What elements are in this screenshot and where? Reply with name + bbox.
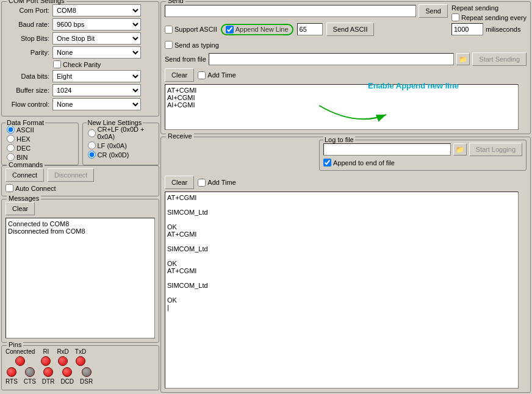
buffer-size-label: Buffer size:: [5, 87, 49, 94]
repeat-every-checkbox[interactable]: [451, 13, 459, 21]
pin-rts-led: [7, 367, 16, 377]
pin-txd: TxD: [75, 348, 86, 366]
stop-bits-select[interactable]: One Stop Bit: [52, 32, 141, 45]
baud-rate-select[interactable]: 9600 bps: [52, 18, 141, 30]
bottom-pins-row: RTS CTS DTR DCD DSR: [5, 367, 155, 385]
start-sending-button[interactable]: Start Sending: [472, 52, 527, 66]
com-port-label: Com Port:: [5, 7, 49, 14]
pins-group: Pins Connected RI RxD TxD: [1, 345, 159, 390]
disconnect-button[interactable]: Disconnect: [48, 168, 94, 182]
data-bits-select[interactable]: Eight: [52, 70, 141, 82]
send-input[interactable]: AT+CGMI: [165, 5, 416, 17]
support-ascii-checkbox[interactable]: [165, 26, 173, 34]
top-pins-row: Connected RI RxD TxD: [5, 348, 155, 366]
send-file-input-box: [209, 53, 454, 65]
append-new-line-checkbox[interactable]: [226, 26, 234, 34]
send-clear-button[interactable]: Clear: [165, 68, 194, 82]
parity-select[interactable]: None: [52, 46, 141, 59]
append-to-file-label[interactable]: Append to end of file: [323, 159, 522, 167]
browse-send-button[interactable]: 📁: [456, 53, 470, 65]
com-port-settings-group: COM Port Settings Com Port: COM8 Baud ra…: [1, 1, 159, 116]
receive-add-time-checkbox[interactable]: [198, 179, 206, 187]
send-clear-row: Clear Add Time: [165, 68, 527, 82]
messages-clear-button[interactable]: Clear: [5, 202, 35, 215]
data-bits-label: Data bits:: [5, 73, 49, 80]
send-textarea[interactable]: AT+CGMI AI+CGMI AI+CGMI: [165, 84, 527, 130]
pin-cts-led: [25, 367, 35, 377]
receive-clear-button[interactable]: Clear: [165, 176, 194, 189]
send-add-time-checkbox[interactable]: [198, 71, 206, 79]
check-parity-row: Check Parity: [53, 60, 155, 68]
format-dec[interactable]: DEC: [7, 144, 73, 152]
pin-dcd: DCD: [60, 367, 74, 385]
send-add-time-label[interactable]: Add Time: [198, 71, 235, 79]
send-from-file-label: Send from file: [165, 56, 206, 63]
pin-dsr: DSR: [80, 367, 93, 385]
send-button[interactable]: Send: [419, 4, 448, 18]
send-group: Send AT+CGMI Send Support ASCII: [160, 1, 531, 134]
append-to-file-checkbox[interactable]: [323, 159, 331, 167]
format-hex[interactable]: HEX: [7, 135, 73, 143]
pin-ri-led: [41, 356, 51, 366]
baud-rate-row: Baud rate: 9600 bps: [5, 18, 155, 30]
stop-bits-label: Stop Bits:: [5, 35, 49, 42]
browse-log-button[interactable]: 📁: [453, 143, 467, 156]
stop-bits-row: Stop Bits: One Stop Bit: [5, 32, 155, 45]
receive-text-area-container: AT+CGMI SIMCOM_Ltd OK AT+CGMI SIMCOM_Ltd…: [165, 192, 527, 389]
miliseconds-label: miliseconds: [486, 26, 520, 33]
receive-add-time-label[interactable]: Add Time: [198, 179, 235, 187]
receive-group: Receive Log to file 📁 Start Logging Appe…: [160, 137, 531, 393]
com-port-select[interactable]: COM8: [52, 4, 141, 16]
check-parity-checkbox[interactable]: [53, 60, 61, 68]
pin-rxd: RxD: [57, 348, 68, 366]
data-format-radio-group: ASCII HEX DEC BIN: [7, 126, 73, 161]
auto-connect-checkbox[interactable]: [5, 184, 13, 192]
pin-connected-led: [15, 356, 25, 366]
send-options-row: Support ASCII Append New Line Send ASCII: [165, 23, 448, 36]
log-to-file-box: Log to file 📁 Start Logging Append to en…: [319, 140, 527, 171]
commands-group: Commands Connect Disconnect Auto Connect: [1, 165, 159, 196]
check-parity-label[interactable]: Check Parity: [53, 60, 101, 68]
ascii-value-input[interactable]: [297, 23, 323, 35]
buffer-size-row: Buffer size: 1024: [5, 84, 155, 96]
com-port-row: Com Port: COM8: [5, 4, 155, 16]
left-panel: COM Port Settings Com Port: COM8 Baud ra…: [0, 0, 160, 394]
data-bits-row: Data bits: Eight: [5, 70, 155, 82]
flow-control-select[interactable]: None: [52, 98, 141, 110]
pin-dtr-led: [43, 367, 53, 377]
flow-control-row: Flow control: None: [5, 98, 155, 110]
append-new-line-label[interactable]: Append New Line: [221, 24, 293, 35]
support-ascii-label[interactable]: Support ASCII: [165, 26, 217, 34]
newline-lf[interactable]: LF (0x0A): [88, 141, 154, 149]
com-port-settings-title: COM Port Settings: [7, 0, 66, 4]
repeat-ms-input[interactable]: [451, 23, 483, 35]
format-newline-row: Data Format ASCII HEX DEC BIN New Line S…: [1, 123, 159, 165]
pin-rxd-led: [58, 356, 68, 366]
receive-textarea[interactable]: AT+CGMI SIMCOM_Ltd OK AT+CGMI SIMCOM_Ltd…: [165, 192, 527, 389]
pin-txd-led: [76, 356, 85, 366]
buffer-size-select[interactable]: 1024: [52, 84, 141, 96]
start-logging-button[interactable]: Start Logging: [469, 143, 522, 156]
newline-crlf[interactable]: CR+LF (0x0D + 0x0A): [88, 126, 154, 140]
send-as-typing-label[interactable]: Send as typing: [165, 41, 219, 49]
receive-title: Receive: [166, 132, 194, 140]
format-bin[interactable]: BIN: [7, 153, 73, 161]
newline-cr[interactable]: CR (0x0D): [88, 151, 154, 159]
send-top-row: AT+CGMI Send: [165, 4, 448, 18]
new-line-title: New Line Settings: [87, 119, 143, 126]
auto-connect-label[interactable]: Auto Connect: [5, 184, 155, 192]
data-format-title: Data Format: [5, 119, 45, 126]
parity-row: Parity: None: [5, 46, 155, 59]
commands-title: Commands: [7, 161, 45, 168]
receive-scrollbar[interactable]: [518, 192, 527, 389]
connect-button[interactable]: Connect: [5, 168, 44, 182]
send-ascii-button[interactable]: Send ASCII: [326, 23, 375, 36]
new-line-radio-group: CR+LF (0x0D + 0x0A) LF (0x0A) CR (0x0D): [88, 126, 154, 159]
format-ascii[interactable]: ASCII: [7, 126, 73, 134]
repeat-every-label[interactable]: Repeat sending every: [451, 13, 527, 21]
send-scrollbar[interactable]: [518, 84, 527, 130]
parity-label: Parity:: [5, 49, 49, 56]
new-line-settings-group: New Line Settings CR+LF (0x0D + 0x0A) LF…: [82, 123, 160, 165]
send-as-typing-checkbox[interactable]: [165, 41, 173, 49]
log-file-path-input[interactable]: [323, 143, 451, 156]
